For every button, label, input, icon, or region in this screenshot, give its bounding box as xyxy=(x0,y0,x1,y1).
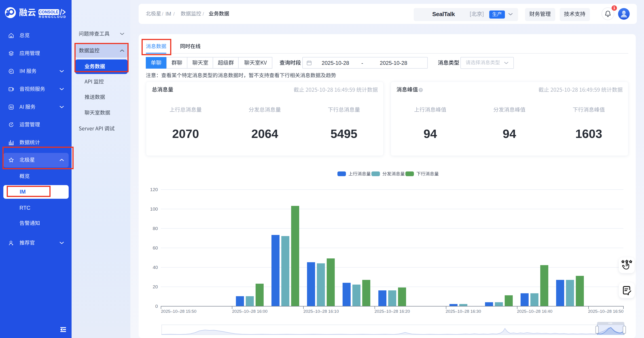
svg-text:Ai: Ai xyxy=(10,106,12,109)
svg-text:?: ? xyxy=(420,88,422,92)
